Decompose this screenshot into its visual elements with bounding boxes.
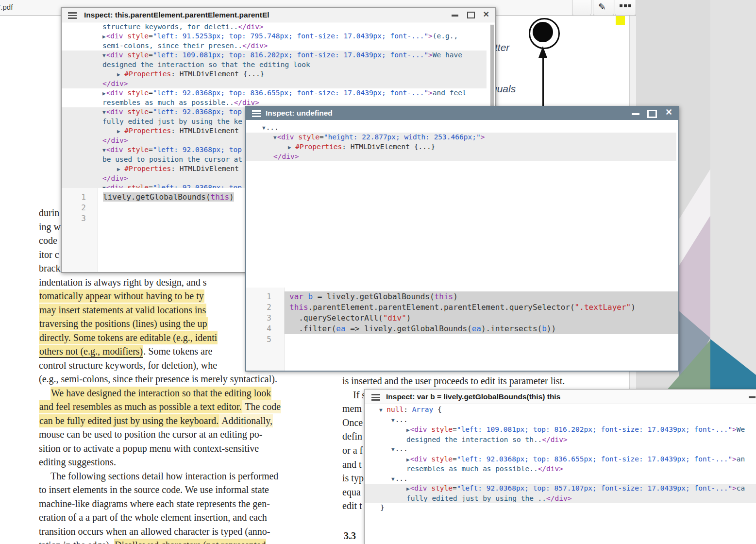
line-number: 5 — [246, 334, 284, 345]
pdf-text-line: eration of a a part of the whole element… — [39, 510, 330, 525]
more-options-button[interactable] — [615, 0, 636, 16]
pdf-text-line: mouse can be used to position the cursor… — [39, 427, 330, 442]
close-button[interactable]: ✕ — [665, 108, 672, 116]
diagram-arrow-line — [542, 57, 544, 106]
pdf-text-line: machine-like diagrams where each state r… — [39, 497, 330, 511]
dom-tree-node[interactable]: ▶ #Properties: HTMLDivElement {...} — [62, 69, 487, 79]
ellipsis-icon — [620, 4, 631, 7]
line-number: 4 — [246, 323, 284, 334]
minimize-button[interactable] — [452, 15, 458, 17]
dom-tree-node[interactable]: semi-colons, since their presen..</div> — [62, 41, 487, 51]
dom-tree: ▼...▼<div style="height: 22.877px; width… — [246, 120, 676, 290]
pdf-text-line: to insert elements in the source code. W… — [39, 483, 330, 497]
pdf-text-line: (e.g., semi-colons, since their presence… — [39, 372, 330, 386]
pdf-text-line: can be fully edited just by using the ke… — [39, 414, 330, 428]
pencil-icon: ✎ — [598, 1, 606, 13]
dom-tree-node[interactable]: resembles as much as possible..</div> — [365, 464, 756, 474]
dom-tree-node[interactable]: ▼... — [365, 444, 756, 455]
dom-tree-node[interactable]: ▼... — [365, 474, 756, 484]
line-number: 2 — [62, 203, 98, 213]
dom-tree-node[interactable]: fully edited just by using the ..</div> — [365, 494, 756, 504]
dom-tree-node[interactable]: </div> — [62, 79, 487, 88]
maximize-button[interactable] — [467, 12, 475, 18]
toolbar-button-partial[interactable] — [572, 0, 591, 16]
edit-button[interactable]: ✎ — [593, 0, 614, 16]
window-title-bar[interactable]: Inspect: this.parentElement.parentElemen… — [62, 8, 495, 22]
screen: 7.pdf ✎ durining wcodeitor cbrackindenta… — [0, 0, 756, 544]
dom-tree-node[interactable]: ▶<div style="left: 92.0368px; top: 836.6… — [62, 88, 487, 98]
inspector-window-bounds-array: Inspect: var b = lively.getGlobalBounds(… — [364, 389, 756, 544]
dom-tree-node[interactable]: ▶<div style="left: 91.5253px; top: 795.7… — [62, 32, 487, 41]
object-tree: ▼ null: Array {▼...▶<div style="left: 10… — [365, 404, 756, 544]
line-number: 1 — [246, 291, 284, 302]
dom-tree-node[interactable]: ▼ null: Array { — [365, 405, 756, 415]
pdf-text-line: editing suggestions. — [39, 455, 330, 469]
code-line[interactable]: .filter(ea => lively.getGlobalBounds(ea)… — [285, 323, 678, 334]
pdf-text-line: The following sections detail how intera… — [39, 469, 330, 483]
line-number: 1 — [62, 192, 98, 203]
menu-icon[interactable] — [371, 394, 380, 402]
diagram-edge-label-top: tter — [495, 42, 509, 53]
code-line[interactable]: this.parentElement.parentElement.parentE… — [285, 302, 678, 313]
menu-icon[interactable] — [68, 12, 77, 20]
pdf-text-line: transition occurs when an allowed charac… — [39, 525, 330, 539]
diagram-end-event-fill — [533, 22, 553, 42]
dom-tree-node[interactable]: ▼... — [246, 123, 676, 133]
menu-icon[interactable] — [252, 110, 261, 119]
close-button[interactable]: ✕ — [483, 11, 489, 18]
pdf-filename: 7.pdf — [0, 3, 13, 11]
dom-tree-node[interactable]: designed the interaction so th..</div> — [365, 435, 756, 445]
dom-tree-node[interactable]: designed the interaction so that the edi… — [62, 60, 487, 69]
window-title: Inspect: undefined — [266, 109, 333, 118]
dom-tree-node[interactable]: structure keywords, for deleti..</div> — [62, 22, 487, 32]
line-number-gutter: 123 — [62, 188, 98, 272]
window-title-bar[interactable]: Inspect: undefined ✕ — [246, 107, 678, 120]
inspector-window-undefined: Inspect: undefined ✕ ▼...▼<div style="he… — [245, 106, 679, 372]
code-line[interactable]: var b = lively.getGlobalBounds(this) — [285, 291, 678, 302]
code-line[interactable]: .querySelectorAll("div") — [285, 313, 678, 323]
dom-tree-node[interactable]: ▶ #Properties: HTMLDivElement {...} — [246, 142, 676, 152]
dom-tree-node[interactable]: ▶<div style="left: 92.0368px; top: 857.1… — [365, 484, 756, 494]
minimize-button[interactable] — [632, 113, 639, 115]
dom-tree-node[interactable]: ▶<div style="left: 92.0368px; top: 836.6… — [365, 455, 756, 465]
line-number: 3 — [246, 313, 284, 323]
pdf-text-line: and feel resembles as much as possible a… — [39, 400, 330, 414]
minimize-button[interactable] — [749, 396, 756, 398]
code-input[interactable]: var b = lively.getGlobalBounds(this)this… — [285, 288, 678, 371]
pdf-text-line: is inserted and the user proceeds to edi… — [342, 374, 624, 388]
scrollbar-thumb[interactable] — [490, 25, 494, 111]
section-number: 3.3 — [344, 530, 356, 542]
highlight-marker — [616, 16, 625, 25]
line-number: 3 — [62, 213, 98, 224]
diagram-arrow-head — [538, 46, 547, 58]
line-number-gutter: 12345 — [246, 288, 285, 371]
window-title-bar[interactable]: Inspect: var b = lively.getGlobalBounds(… — [365, 390, 756, 404]
maximize-button[interactable] — [647, 110, 657, 118]
pdf-text-line: We have designed the interaction so that… — [39, 386, 330, 400]
window-title: Inspect: this.parentElement.parentElemen… — [84, 11, 269, 19]
code-editor: 12345 var b = lively.getGlobalBounds(thi… — [246, 288, 678, 371]
window-title: Inspect: var b = lively.getGlobalBounds(… — [386, 392, 560, 401]
line-number: 2 — [246, 302, 284, 313]
pdf-text-line: sition or to activate a popup menu with … — [39, 442, 330, 456]
dom-tree-node[interactable]: ▼<div style="left: 109.081px; top: 816.2… — [62, 51, 487, 60]
dom-tree-node[interactable]: } — [365, 503, 756, 513]
dom-tree-node[interactable]: ▶<div style="left: 109.081px; top: 816.2… — [365, 425, 756, 435]
dom-tree-node[interactable]: ▼... — [365, 415, 756, 425]
dom-tree-node[interactable]: </div> — [246, 152, 676, 161]
dom-tree-node[interactable]: ▼<div style="height: 22.877px; width: 25… — [246, 133, 676, 142]
pdf-text-line: tation in the edge). Disallowed characte… — [39, 538, 330, 544]
